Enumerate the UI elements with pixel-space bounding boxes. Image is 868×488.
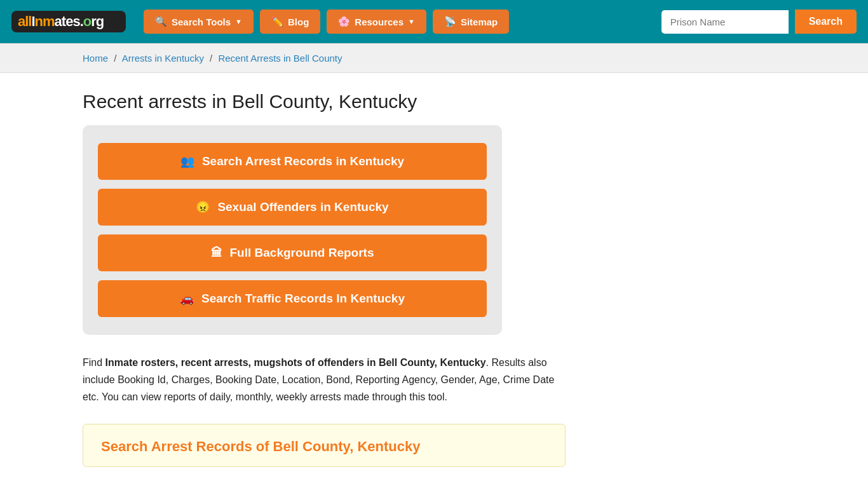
sitemap-label: Sitemap xyxy=(461,17,498,27)
main-content: Recent arrests in Bell County, Kentucky … xyxy=(0,73,868,488)
btn4-label: Search Traffic Records In Kentucky xyxy=(201,292,405,306)
prison-search-input[interactable] xyxy=(661,10,789,34)
people-icon xyxy=(180,154,194,168)
site-logo[interactable]: allInmates.org xyxy=(11,11,126,32)
page-title: Recent arrests in Bell County, Kentucky xyxy=(83,91,785,112)
sitemap-button[interactable]: Sitemap xyxy=(433,10,509,34)
logo-text: allInmates.org xyxy=(18,13,104,30)
breadcrumb: Home / Arrests in Kentucky / Recent Arre… xyxy=(0,43,868,73)
breadcrumb-sep2: / xyxy=(210,53,212,64)
desc-intro: Find xyxy=(83,357,105,368)
blog-button[interactable]: Blog xyxy=(260,10,320,34)
nav-search-label: Search xyxy=(809,16,843,27)
btn1-label: Search Arrest Records in Kentucky xyxy=(202,154,404,168)
breadcrumb-home[interactable]: Home xyxy=(83,53,108,64)
sexual-offenders-button[interactable]: Sexual Offenders in Kentucky xyxy=(98,189,487,226)
desc-bold: Inmate rosters, recent arrests, mugshots… xyxy=(105,357,486,368)
btn2-label: Sexual Offenders in Kentucky xyxy=(217,200,388,214)
resources-caret: ▼ xyxy=(408,18,415,25)
offender-icon xyxy=(196,200,210,214)
resources-icon xyxy=(338,16,350,27)
building-icon xyxy=(211,246,222,260)
background-reports-button[interactable]: Full Background Reports xyxy=(98,234,487,271)
traffic-records-button[interactable]: Search Traffic Records In Kentucky xyxy=(98,280,487,317)
action-button-panel: Search Arrest Records in Kentucky Sexual… xyxy=(83,125,502,335)
resources-label: Resources xyxy=(355,17,403,27)
btn3-label: Full Background Reports xyxy=(230,246,374,260)
blog-icon xyxy=(271,16,283,27)
search-tools-caret: ▼ xyxy=(235,18,242,25)
search-tools-icon xyxy=(155,16,167,27)
blog-label: Blog xyxy=(288,17,309,27)
breadcrumb-sep1: / xyxy=(114,53,116,64)
resources-button[interactable]: Resources ▼ xyxy=(327,10,426,34)
sitemap-icon xyxy=(444,16,456,27)
nav-search-button[interactable]: Search xyxy=(795,10,857,34)
search-tools-label: Search Tools xyxy=(172,17,231,27)
car-icon xyxy=(180,292,194,306)
breadcrumb-arrests-ky[interactable]: Arrests in Kentucky xyxy=(122,53,204,64)
search-tools-button[interactable]: Search Tools ▼ xyxy=(144,10,254,34)
search-section-title: Search Arrest Records of Bell County, Ke… xyxy=(101,438,547,455)
breadcrumb-current: Recent Arrests in Bell County xyxy=(218,53,342,64)
search-arrest-records-button[interactable]: Search Arrest Records in Kentucky xyxy=(98,143,487,180)
search-section: Search Arrest Records of Bell County, Ke… xyxy=(83,424,566,467)
description-text: Find Inmate rosters, recent arrests, mug… xyxy=(83,354,566,406)
